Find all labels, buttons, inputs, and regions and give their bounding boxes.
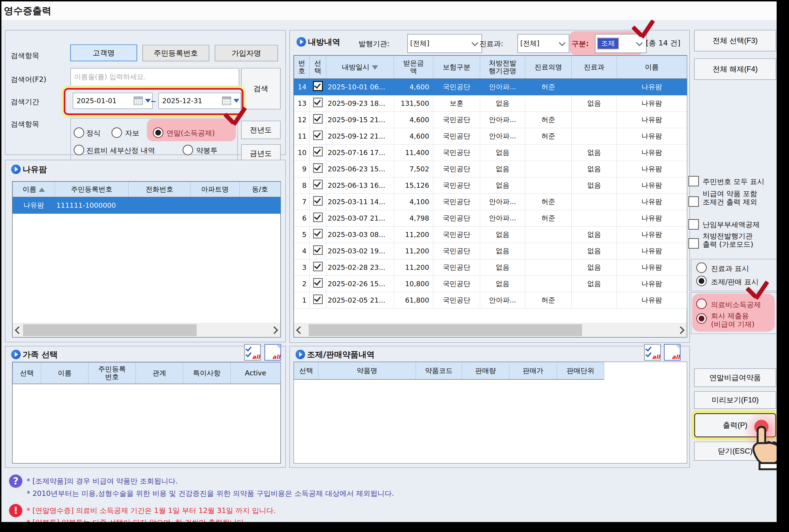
visits-hscrollbar[interactable] xyxy=(294,323,687,337)
select-all-button[interactable]: 전체 선택(F3) xyxy=(694,30,776,51)
radio-auto-insurance[interactable] xyxy=(112,128,122,138)
visit-row-checkbox-cell[interactable] xyxy=(309,226,326,243)
visit-row-checkbox-cell[interactable] xyxy=(309,193,326,210)
visit-row-checkbox-cell[interactable] xyxy=(309,79,326,95)
radio-medical-detail[interactable] xyxy=(74,145,84,155)
search-by-customer-name-button[interactable]: 고객명 xyxy=(70,44,137,61)
col-issuer[interactable]: 처방전발 행기관명 xyxy=(480,56,525,79)
row-checkbox[interactable] xyxy=(313,262,323,271)
row-checkbox[interactable] xyxy=(313,147,323,156)
search-by-subscriber-button[interactable]: 가입자명 xyxy=(215,45,278,61)
select-all-icon[interactable]: all xyxy=(644,344,661,361)
visit-row-checkbox-cell[interactable] xyxy=(309,161,326,177)
date-dropdown-icon[interactable] xyxy=(145,99,151,103)
visit-row[interactable]: 42025-03-02 19...11,200국민공단없음없음나유팜 xyxy=(294,243,687,259)
row-checkbox[interactable] xyxy=(313,196,323,206)
print-all-icon[interactable]: all xyxy=(664,344,680,361)
visit-row-checkbox-cell[interactable] xyxy=(309,210,326,226)
period-from-field[interactable]: 2025-01-01 xyxy=(73,93,153,109)
col-unit[interactable]: 판매단위 xyxy=(557,362,604,379)
radio-show-dispense[interactable] xyxy=(696,276,707,286)
issuer-filter-select[interactable]: [전체] xyxy=(407,34,482,53)
visit-row[interactable]: 72025-03-11 14...4,100국민공단안아파...허준나유팜 xyxy=(294,193,687,210)
radio-yearend-deduction[interactable] xyxy=(153,128,163,138)
col-rrn[interactable]: 주민등록번호 xyxy=(55,182,129,197)
customer-hscrollbar[interactable] xyxy=(13,323,280,337)
row-checkbox[interactable] xyxy=(313,278,323,288)
period-to-field[interactable]: 2025-12-31 xyxy=(158,93,241,109)
issuer-landscape-checkbox[interactable] xyxy=(689,238,699,249)
radio-show-dept[interactable] xyxy=(696,262,707,273)
radio-medical-deduction[interactable] xyxy=(696,299,707,309)
search-input[interactable]: 이름을(를) 입력하세요. xyxy=(70,68,239,86)
visit-row[interactable]: 32025-02-28 23...11,200국민공단없음없음나유팜 xyxy=(294,259,687,276)
row-checkbox[interactable] xyxy=(313,294,323,304)
row-checkbox[interactable] xyxy=(313,245,323,255)
preview-button[interactable]: 미리보기(F10) xyxy=(694,391,776,409)
col-name[interactable]: 이름 xyxy=(13,182,55,197)
col-unit[interactable]: 동/호 xyxy=(240,182,281,197)
visit-row-checkbox-cell[interactable] xyxy=(309,243,326,259)
visit-row[interactable]: 92025-06-23 15...7,502국민공단없음없음나유팜 xyxy=(294,161,687,177)
visit-row-checkbox-cell[interactable] xyxy=(309,144,326,161)
visit-row[interactable]: 12025-02-05 21...61,800국민공단안아파...허준나유팜 xyxy=(294,292,687,308)
visit-row-checkbox-cell[interactable] xyxy=(309,112,326,128)
col-price[interactable]: 판매가 xyxy=(509,362,557,379)
visit-row-checkbox-cell[interactable] xyxy=(309,276,326,292)
row-checkbox[interactable] xyxy=(313,229,323,239)
visit-row-checkbox-cell[interactable] xyxy=(309,177,326,193)
col-amount[interactable]: 받은금 액 xyxy=(394,56,433,79)
col-rrn[interactable]: 주민등록 번호 xyxy=(89,362,136,384)
row-checkbox[interactable] xyxy=(313,131,323,140)
infertility-deduction-checkbox[interactable] xyxy=(689,219,699,230)
visit-row[interactable]: 102025-07-16 17...11,400국민공단없음없음나유팜 xyxy=(294,144,687,161)
scroll-thumb[interactable] xyxy=(23,324,196,336)
col-select[interactable]: 선 택 xyxy=(309,56,326,79)
search-button[interactable]: 검색 xyxy=(241,68,281,109)
col-select[interactable]: 선택 xyxy=(294,362,318,379)
col-name[interactable]: 이름 xyxy=(617,56,687,79)
dept-filter-select[interactable]: [전체] xyxy=(518,34,569,53)
visit-row[interactable]: 122025-09-15 21...4,600국민공단안아파...허준나유팜 xyxy=(294,112,687,128)
row-checkbox[interactable] xyxy=(313,163,323,173)
row-checkbox[interactable] xyxy=(313,180,323,189)
print-all-icon[interactable]: all xyxy=(264,344,281,361)
scroll-right-icon[interactable] xyxy=(677,326,684,334)
col-drug-name[interactable]: 약품명 xyxy=(318,362,416,379)
row-checkbox[interactable] xyxy=(313,98,323,107)
radio-formal[interactable] xyxy=(74,128,84,138)
visit-row[interactable]: 82025-06-13 16...15,126국민공단없음없음나유팜 xyxy=(294,177,687,193)
calendar-icon[interactable] xyxy=(134,96,143,105)
visit-row-checkbox-cell[interactable] xyxy=(309,259,326,276)
calendar-icon[interactable] xyxy=(222,96,231,105)
visit-row-checkbox-cell[interactable] xyxy=(309,292,326,308)
row-checkbox[interactable] xyxy=(313,114,323,124)
col-qty[interactable]: 판매량 xyxy=(462,362,509,379)
scroll-thumb[interactable] xyxy=(309,324,582,336)
radio-envelope[interactable] xyxy=(183,145,193,155)
col-drug-code[interactable]: 약품코드 xyxy=(416,362,462,379)
row-checkbox[interactable] xyxy=(313,212,323,222)
visit-row[interactable]: 52025-03-03 08...11,200국민공단없음없음나유팜 xyxy=(294,226,687,243)
visit-row-checkbox-cell[interactable] xyxy=(309,95,326,112)
row-checkbox[interactable] xyxy=(313,81,323,91)
scroll-right-icon[interactable] xyxy=(270,326,278,334)
visit-row[interactable]: 22025-02-26 15...10,800국민공단없음없음나유팜 xyxy=(294,276,687,292)
customer-row[interactable]: 나유팜 111111-1000000 xyxy=(13,197,281,214)
visit-row-checkbox-cell[interactable] xyxy=(309,128,326,144)
col-active[interactable]: Active xyxy=(231,362,281,384)
col-insurance[interactable]: 보험구분 xyxy=(433,56,480,79)
col-dept[interactable]: 진료과 xyxy=(572,56,617,79)
exclude-noncovered-checkbox[interactable] xyxy=(689,196,699,207)
col-name[interactable]: 이름 xyxy=(41,362,89,384)
select-all-icon[interactable]: all xyxy=(244,344,261,361)
scroll-left-icon[interactable] xyxy=(296,326,304,334)
date-dropdown-icon[interactable] xyxy=(233,99,239,103)
col-doctor[interactable]: 진료의명 xyxy=(525,56,572,79)
visit-row[interactable]: 112025-09-12 21...4,600국민공단안아파...허준나유팜 xyxy=(294,128,687,144)
scroll-left-icon[interactable] xyxy=(15,326,23,334)
search-by-rrn-button[interactable]: 주민등록번호 xyxy=(143,45,209,61)
col-note[interactable]: 특이사항 xyxy=(183,362,231,384)
yearend-noncovered-button[interactable]: 연말비급여약품 xyxy=(694,368,776,387)
visit-row[interactable]: 62025-03-07 21...4,798국민공단안아파...허준나유팜 xyxy=(294,210,687,226)
